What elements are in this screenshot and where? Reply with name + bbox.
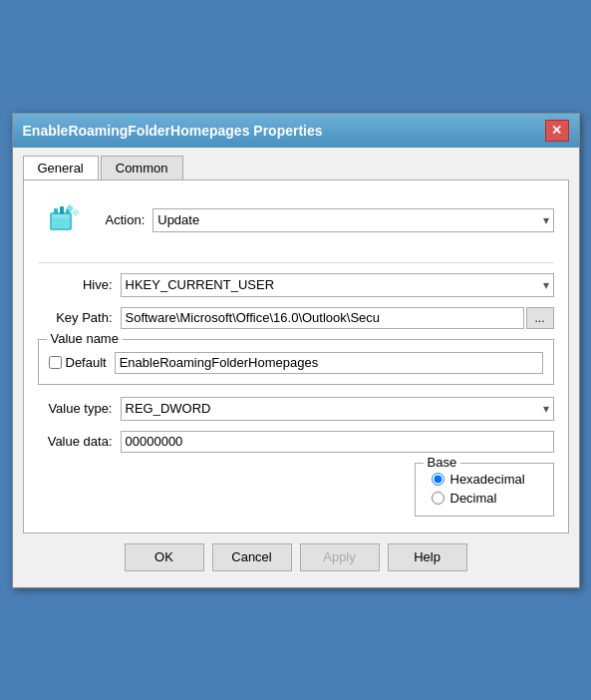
- help-button[interactable]: Help: [388, 543, 467, 571]
- tab-bar: General Common: [23, 156, 569, 180]
- value-type-row: Value type: REG_DWORD REG_SZ REG_BINARY …: [38, 397, 554, 421]
- value-data-row: Value data:: [38, 431, 554, 453]
- key-path-row: Key Path: ...: [38, 307, 554, 329]
- default-checkbox[interactable]: [49, 356, 62, 369]
- tab-common[interactable]: Common: [101, 156, 183, 180]
- action-select-wrapper[interactable]: Update Create Delete Replace: [152, 208, 553, 232]
- cancel-button[interactable]: Cancel: [212, 543, 292, 571]
- default-checkbox-label[interactable]: Default: [49, 355, 107, 370]
- decimal-label: Decimal: [450, 491, 497, 506]
- svg-rect-7: [52, 214, 70, 218]
- hexadecimal-label: Hexadecimal: [450, 472, 525, 487]
- hexadecimal-radio[interactable]: [432, 473, 444, 486]
- value-type-label: Value type:: [38, 401, 113, 416]
- close-button[interactable]: ✕: [545, 120, 569, 142]
- apply-button[interactable]: Apply: [300, 543, 380, 571]
- registry-icon: [46, 198, 90, 242]
- key-path-label: Key Path:: [38, 310, 113, 325]
- value-data-label: Value data:: [38, 434, 113, 449]
- ok-button[interactable]: OK: [125, 543, 204, 571]
- hexadecimal-radio-label[interactable]: Hexadecimal: [432, 472, 537, 487]
- action-row: Action: Update Create Delete Replace: [38, 194, 554, 246]
- action-label-group: Action: Update Create Delete Replace: [106, 208, 554, 232]
- svg-rect-2: [54, 208, 58, 214]
- hive-label: Hive:: [38, 277, 113, 292]
- hive-select[interactable]: HKEY_CURRENT_USER HKEY_LOCAL_MACHINE HKE…: [121, 273, 554, 297]
- value-name-group: Value name Default: [38, 339, 554, 385]
- svg-rect-3: [60, 206, 64, 214]
- base-group: Base Hexadecimal Decimal: [415, 463, 554, 517]
- browse-button[interactable]: ...: [526, 307, 554, 329]
- decimal-radio-label[interactable]: Decimal: [432, 491, 537, 506]
- properties-dialog: EnableRoamingFolderHomepages Properties …: [12, 113, 580, 588]
- base-legend: Base: [424, 455, 461, 470]
- value-data-input[interactable]: [121, 431, 554, 453]
- icon-area: [38, 194, 98, 246]
- hive-select-wrapper[interactable]: HKEY_CURRENT_USER HKEY_LOCAL_MACHINE HKE…: [121, 273, 554, 297]
- value-type-select[interactable]: REG_DWORD REG_SZ REG_BINARY REG_EXPAND_S…: [121, 397, 554, 421]
- action-label: Action:: [106, 212, 146, 227]
- button-row: OK Cancel Apply Help: [23, 533, 569, 577]
- tab-content: Action: Update Create Delete Replace Hiv…: [23, 179, 569, 533]
- hive-row: Hive: HKEY_CURRENT_USER HKEY_LOCAL_MACHI…: [38, 273, 554, 297]
- tab-general[interactable]: General: [23, 156, 99, 180]
- value-name-legend: Value name: [47, 331, 123, 346]
- value-name-input[interactable]: [115, 352, 543, 374]
- action-select[interactable]: Update Create Delete Replace: [152, 208, 553, 232]
- value-type-select-wrapper[interactable]: REG_DWORD REG_SZ REG_BINARY REG_EXPAND_S…: [121, 397, 554, 421]
- window-body: General Common: [13, 148, 579, 587]
- divider-1: [38, 262, 554, 263]
- value-name-inner: Default: [49, 352, 543, 374]
- title-bar: EnableRoamingFolderHomepages Properties …: [13, 114, 579, 148]
- svg-marker-6: [72, 208, 80, 216]
- dialog-title: EnableRoamingFolderHomepages Properties: [23, 123, 323, 139]
- key-path-input[interactable]: [121, 307, 524, 329]
- decimal-radio[interactable]: [432, 492, 444, 505]
- default-label: Default: [66, 355, 107, 370]
